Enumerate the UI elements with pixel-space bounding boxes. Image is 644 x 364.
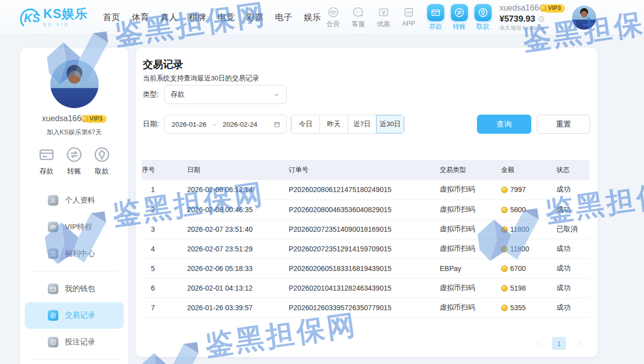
table-row[interactable]: 3 2026-02-07 23:51:40 P20260207235140900… — [142, 219, 590, 239]
sidebar-item-label: VIP特权 — [65, 222, 92, 232]
profile-icon — [48, 195, 58, 206]
cell-order-number: P2026020800463536040829015 — [289, 200, 440, 219]
cell-order-number: P2026020723512914159709015 — [289, 239, 440, 258]
nav-menu-item[interactable]: 电子 — [275, 12, 292, 23]
nav-action[interactable]: 客服 — [349, 6, 368, 29]
ks-logo-icon: KS — [18, 6, 41, 29]
coin-icon — [501, 265, 508, 272]
nav-menu-item[interactable]: 电竞 — [218, 12, 235, 23]
coin-icon — [501, 285, 508, 292]
sidebar-quick-action[interactable]: 转账 — [65, 145, 84, 176]
cell-transaction-type: 虚拟币扫码 — [440, 180, 501, 200]
table-row[interactable]: 7 2026-01-26 03:39:57 P20260126033957263… — [142, 298, 590, 317]
nav-action[interactable]: 转账 — [451, 4, 468, 31]
sidebar-item[interactable]: 我的钱包 — [20, 276, 128, 302]
cell-transaction-type: 虚拟币扫码 — [440, 219, 501, 239]
nav-action[interactable]: APP APP — [399, 6, 419, 29]
transactions-table: 序号日期订单号交易类型金额状态 1 2026-02-08 06:12:14 P2… — [142, 160, 590, 318]
quick-date-button[interactable]: 近7日 — [348, 115, 376, 133]
quick-date-button[interactable]: 今日 — [291, 115, 319, 133]
reset-button[interactable]: 重置 — [537, 115, 590, 134]
cell-date: 2026-02-08 00:46:35 — [187, 200, 289, 219]
coin-icon — [501, 246, 508, 252]
date-label: 日期: — [143, 120, 159, 129]
nav-action[interactable]: 合营 — [324, 6, 343, 29]
coin-icon — [501, 207, 508, 213]
type-label: 类型: — [143, 90, 159, 99]
cell-order-number: P2026020605183316819439015 — [289, 258, 440, 278]
sidebar-quick-action[interactable]: 存款 — [37, 145, 56, 176]
cell-amount: 7997 — [501, 180, 556, 200]
sidebar-quick-action[interactable]: 取款 — [93, 145, 111, 176]
nav-menu-item[interactable]: 体育 — [132, 12, 149, 23]
cell-index: 5 — [142, 258, 187, 278]
search-button[interactable]: 查询 — [477, 115, 531, 134]
nav-action[interactable]: 存款 — [427, 4, 444, 31]
quick-date-button[interactable]: 昨天 — [319, 115, 348, 133]
nav-menu-item[interactable]: 真人 — [160, 12, 178, 23]
cell-amount: 6700 — [501, 258, 556, 278]
previous-page-button[interactable] — [535, 340, 542, 347]
avatar[interactable] — [50, 60, 99, 108]
sidebar-item[interactable]: 个人资料 — [20, 187, 128, 214]
table-row[interactable]: 6 2026-02-01 04:13:12 P20260201041312824… — [142, 278, 590, 298]
avatar[interactable] — [572, 6, 596, 30]
nav-action[interactable]: 优惠 — [374, 6, 393, 29]
cell-status: 成功 — [556, 180, 590, 200]
table-header-row: 序号日期订单号交易类型金额状态 — [142, 160, 590, 180]
welfare-icon — [48, 248, 58, 259]
nav-menu-item[interactable]: 棋牌 — [189, 12, 206, 23]
sidebar-item-label: 交易记录 — [65, 311, 95, 320]
cell-order-number: P2026020104131282463439015 — [289, 278, 440, 298]
vip-badge: VIP3 — [85, 115, 107, 123]
transaction-records-panel: 交易记录 当前系统支持查询最近30日的交易记录 类型: 存款 日期: 2026-… — [136, 48, 598, 357]
cell-transaction-type: 虚拟币扫码 — [440, 298, 501, 317]
svg-text:KS: KS — [24, 12, 41, 25]
wallet-icon — [48, 284, 58, 294]
cell-date: 2026-02-07 23:51:40 — [187, 219, 289, 239]
sidebar-item[interactable]: 福利中心 — [20, 240, 128, 267]
transfer-icon — [65, 145, 84, 164]
table-row[interactable]: 4 2026-02-07 23:51:29 P20260207235129141… — [142, 239, 590, 258]
balance: ¥5739.93 — [500, 14, 535, 24]
sidebar-item[interactable]: VIP特权 — [20, 214, 128, 240]
next-page-button[interactable] — [576, 340, 583, 347]
cell-order-number: P2026012603395726350779015 — [289, 298, 440, 317]
cell-date: 2026-01-26 03:39:57 — [187, 298, 289, 317]
cell-status: 已取消 — [556, 219, 590, 239]
nav-menu-item[interactable]: 娱乐 — [304, 12, 321, 23]
table-row[interactable]: 1 2026-02-08 06:12:14 P20260208061214751… — [142, 180, 590, 200]
pagination: 1 — [535, 337, 583, 350]
sidebar-menu: 个人资料 VIP特权 福利中心 我的钱包 交易记录 — [20, 187, 128, 364]
vip-icon — [48, 222, 58, 232]
sidebar-item[interactable]: 交易记录 — [25, 302, 124, 329]
date-range-input[interactable]: 2026-01-26 - 2026-02-24 — [164, 115, 287, 134]
sidebar-item-label: 我的钱包 — [65, 284, 95, 294]
cell-index: 1 — [142, 180, 187, 200]
vip-coin-icon — [539, 5, 546, 12]
type-select[interactable]: 存款 — [164, 85, 287, 104]
table-row[interactable]: 2 2026-02-08 00:46:35 P20260208004635360… — [142, 200, 590, 219]
nav-menu-item[interactable]: 首页 — [103, 12, 120, 23]
nav-action[interactable]: 取款 — [474, 4, 492, 31]
column-header: 状态 — [556, 160, 590, 180]
username: xuedsa166 — [500, 3, 539, 13]
top-navbar: KS KS娱乐 ks.vip 首页体育真人棋牌电竞彩票电子娱乐 合营 客服 — [0, 0, 644, 35]
svg-text:APP: APP — [406, 11, 412, 14]
table-row[interactable]: 5 2026-02-06 05:18:33 P20260206051833168… — [142, 258, 590, 278]
page-number[interactable]: 1 — [552, 337, 566, 350]
refresh-balance-icon[interactable] — [538, 16, 545, 23]
site-logo[interactable]: KS KS娱乐 ks.vip — [18, 6, 88, 29]
quick-date-button[interactable]: 近30日 — [376, 115, 404, 133]
sidebar-item-label: 福利中心 — [65, 249, 95, 258]
username: xuedsa166 — [42, 114, 81, 123]
joined-days: 加入KS娱乐第67天 — [47, 128, 102, 137]
magnifier-icon[interactable] — [539, 25, 545, 31]
withdraw-icon — [93, 145, 111, 164]
main-menu: 首页体育真人棋牌电竞彩票电子娱乐 — [103, 12, 321, 23]
column-header: 序号 — [142, 160, 187, 180]
nav-action-label: 优惠 — [377, 20, 390, 29]
cell-index: 3 — [142, 219, 187, 239]
sidebar-item[interactable]: 投注记录 — [20, 329, 128, 355]
nav-menu-item[interactable]: 彩票 — [247, 12, 264, 23]
